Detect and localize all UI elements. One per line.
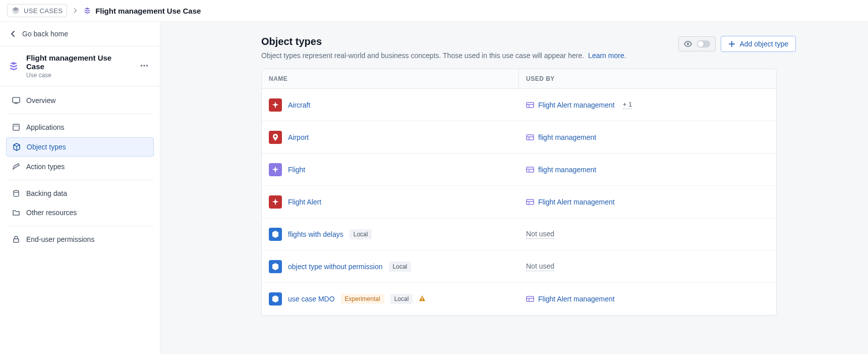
object-type-link[interactable]: use case MDO [288, 295, 335, 303]
cell-name: Aircraft [262, 91, 519, 119]
nav-label: Other resources [26, 209, 77, 217]
nav-label: Backing data [26, 189, 67, 197]
warning-icon [419, 295, 426, 303]
nav-label: Action types [26, 163, 65, 171]
more-icon [140, 61, 149, 70]
table-row: object type without permissionLocalNot u… [262, 250, 776, 283]
cube-icon [13, 143, 21, 151]
nav-applications[interactable]: Applications [6, 118, 154, 136]
folder-icon [12, 209, 20, 217]
table-header: NAME USED BY [262, 69, 776, 89]
cell-name: flights with delaysLocal [262, 221, 519, 248]
cell-name: object type without permissionLocal [262, 253, 519, 280]
add-object-type-button[interactable]: Add object type [721, 36, 796, 52]
nav-object-types[interactable]: Object types [6, 137, 154, 157]
nav-other-resources[interactable]: Other resources [6, 204, 154, 222]
object-type-link[interactable]: Flight [288, 166, 305, 174]
add-button-label: Add object type [739, 40, 788, 48]
object-type-link[interactable]: Airport [288, 133, 309, 141]
breadcrumb-root-label: USE CASES [24, 7, 63, 15]
cell-used-by: Flight Alert management [519, 191, 776, 213]
breadcrumb-current-label: Flight management Use Case [95, 7, 201, 15]
table-row: use case MDOExperimentalLocalFlight Aler… [262, 283, 776, 315]
nav-overview[interactable]: Overview [6, 91, 154, 110]
lock-icon [12, 235, 20, 243]
cell-used-by: Not used [519, 223, 776, 246]
cell-used-by: Flight Alert management [519, 288, 776, 310]
table-body: AircraftFlight Alert management+ 1Airpor… [262, 89, 776, 315]
breadcrumb-root[interactable]: USE CASES [7, 4, 67, 17]
module-icon [526, 295, 534, 303]
nav-label: Overview [26, 96, 55, 105]
cell-name: Flight [262, 156, 519, 183]
plus-icon [728, 40, 735, 47]
page-description: Object types represent real-world and bu… [261, 52, 626, 60]
pen-icon [12, 163, 20, 171]
go-back-label: Go back home [22, 30, 68, 38]
used-by-link[interactable]: Flight Alert management [526, 101, 615, 109]
experimental-tag: Experimental [341, 294, 384, 304]
used-by-link[interactable]: flight management [526, 166, 596, 174]
table-row: AircraftFlight Alert management+ 1 [262, 89, 776, 121]
not-used-label: Not used [526, 262, 554, 271]
pin-icon [269, 131, 282, 144]
local-tag: Local [350, 229, 372, 239]
nav-backing-data[interactable]: Backing data [6, 184, 154, 202]
main-content: Object types Object types represent real… [160, 22, 868, 354]
airplane-icon [269, 195, 282, 209]
column-used-by: USED BY [519, 69, 776, 88]
column-name: NAME [262, 69, 519, 88]
object-type-link[interactable]: object type without permission [288, 263, 383, 271]
table-row: Airportflight management [262, 121, 776, 154]
eye-icon [684, 40, 692, 48]
table-row: flights with delaysLocalNot used [262, 218, 776, 250]
not-used-label: Not used [526, 230, 554, 239]
module-icon [526, 133, 534, 141]
local-tag: Local [389, 262, 412, 272]
sidebar-header: Flight management Use Case Use case [0, 46, 160, 86]
description-text: Object types represent real-world and bu… [261, 52, 584, 60]
learn-more-link[interactable]: Learn more. [588, 52, 626, 60]
object-type-link[interactable]: flights with delays [288, 230, 343, 238]
apps-icon [12, 123, 20, 131]
go-back-home[interactable]: Go back home [0, 22, 160, 46]
used-by-link[interactable]: Flight Alert management [526, 198, 615, 206]
visibility-toggle-group [678, 36, 716, 52]
object-types-table: NAME USED BY AircraftFlight Alert manage… [261, 69, 777, 316]
module-icon [526, 198, 534, 206]
additional-count[interactable]: + 1 [623, 100, 632, 109]
cell-used-by: flight management [519, 159, 776, 181]
sidebar-nav: Overview Applications Object types Actio… [0, 86, 160, 248]
module-icon [526, 101, 534, 109]
nav-action-types[interactable]: Action types [6, 158, 154, 176]
airplane-icon [269, 163, 282, 176]
nav-end-user-permissions[interactable]: End-user permissions [6, 230, 154, 248]
divider [7, 114, 153, 114]
visibility-switch[interactable] [697, 40, 710, 47]
cube-icon [269, 292, 282, 306]
stack-icon [8, 61, 19, 72]
stack-icon [83, 7, 91, 15]
divider [7, 226, 153, 226]
used-by-link[interactable]: flight management [526, 133, 596, 141]
nav-label: Applications [26, 123, 65, 131]
object-type-link[interactable]: Flight Alert [288, 198, 321, 206]
sidebar: Go back home Flight management Use Case … [0, 22, 160, 354]
nav-label: Object types [27, 143, 66, 151]
used-by-link[interactable]: Flight Alert management [526, 295, 615, 303]
module-icon [526, 166, 534, 174]
cell-name: use case MDOExperimentalLocal [262, 285, 519, 313]
use-case-icon [7, 60, 20, 73]
local-tag: Local [390, 294, 413, 304]
breadcrumb: USE CASES Flight management Use Case [0, 0, 868, 21]
cell-name: Flight Alert [262, 188, 519, 216]
nav-label: End-user permissions [26, 235, 94, 243]
more-menu[interactable] [138, 59, 151, 74]
cell-used-by: flight management [519, 126, 776, 148]
layers-icon [12, 7, 20, 15]
object-type-link[interactable]: Aircraft [288, 101, 310, 109]
divider [7, 180, 153, 180]
use-case-title: Flight management Use Case [26, 54, 132, 71]
table-row: Flightflight management [262, 154, 776, 186]
breadcrumb-current[interactable]: Flight management Use Case [83, 7, 201, 15]
